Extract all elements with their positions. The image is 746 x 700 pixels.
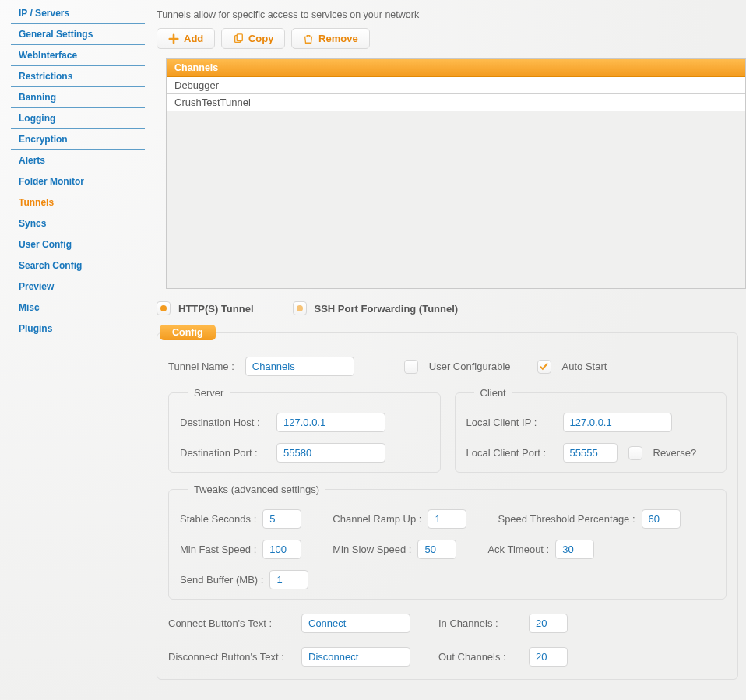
ack-timeout-input[interactable] [555,540,594,559]
sidebar-item-preview[interactable]: Preview [11,276,145,297]
sidebar-item-webinterface[interactable]: WebInterface [11,45,145,66]
sidebar-item-syncs[interactable]: Syncs [11,213,145,234]
auto-start-label: Auto Start [562,361,607,372]
channels-header[interactable]: Channels [167,59,745,77]
dest-host-label: Destination Host : [180,417,266,428]
radio-ssh-label: SSH Port Forwarding (Tunnel) [315,303,459,315]
sidebar-item-folder-monitor[interactable]: Folder Monitor [11,171,145,192]
channel-ramp-input[interactable] [428,509,466,529]
remove-button-label: Remove [318,33,358,44]
speed-threshold-label: Speed Threshold Percentage : [498,513,635,525]
disconnect-text-label: Disconnect Button's Text : [168,651,289,663]
server-legend: Server [188,387,230,399]
sidebar-item-banning[interactable]: Banning [11,87,145,108]
copy-icon [233,33,244,44]
tweaks-fieldset: Tweaks (advanced settings) Stable Second… [168,484,727,600]
local-port-input[interactable] [563,443,618,463]
in-channels-label: In Channels : [438,617,516,629]
dest-port-label: Destination Port : [180,447,266,459]
dest-port-input[interactable] [276,443,385,463]
tunnel-name-label: Tunnel Name : [168,361,234,372]
auto-start-checkbox[interactable] [537,360,551,374]
client-legend: Client [474,387,512,399]
sidebar: IP / Servers General Settings WebInterfa… [0,0,152,689]
channel-ramp-label: Channel Ramp Up : [333,513,421,525]
client-fieldset: Client Local Client IP : Local Client Po… [455,387,727,473]
user-configurable-checkbox[interactable] [404,360,418,374]
config-tab: Config [160,325,216,340]
tunnel-type-row: HTTP(S) Tunnel SSH Port Forwarding (Tunn… [157,297,746,326]
plus-icon [168,33,179,44]
server-fieldset: Server Destination Host : Destination Po… [168,387,441,473]
min-fast-input[interactable] [262,540,301,559]
trash-icon [303,33,314,44]
local-ip-label: Local Client IP : [466,417,552,428]
remove-button[interactable]: Remove [291,28,370,49]
min-slow-input[interactable] [417,540,456,559]
radio-ssh-tunnel[interactable]: SSH Port Forwarding (Tunnel) [293,301,459,315]
toolbar: Add Copy Remove [157,28,746,49]
stable-seconds-label: Stable Seconds : [180,513,256,525]
sidebar-item-restrictions[interactable]: Restrictions [11,66,145,87]
sidebar-item-search-config[interactable]: Search Config [11,255,145,276]
radio-icon [157,301,171,315]
connect-text-label: Connect Button's Text : [168,617,289,629]
ack-timeout-label: Ack Timeout : [487,543,549,555]
add-button-label: Add [184,33,203,44]
connect-text-input[interactable] [301,614,410,633]
disconnect-text-input[interactable] [301,647,410,667]
out-channels-label: Out Channels : [438,651,516,663]
svg-rect-1 [237,33,242,40]
sidebar-item-encryption[interactable]: Encryption [11,129,145,150]
config-section: Config Tunnel Name : User Configurable A… [157,326,738,680]
in-channels-input[interactable] [529,614,568,633]
add-button[interactable]: Add [157,28,215,49]
sidebar-item-user-config[interactable]: User Config [11,234,145,255]
stable-seconds-input[interactable] [262,509,301,529]
reverse-checkbox[interactable] [628,446,642,460]
local-ip-input[interactable] [563,413,672,432]
sidebar-item-plugins[interactable]: Plugins [11,318,145,339]
tunnel-name-input[interactable] [245,357,354,376]
sidebar-item-general-settings[interactable]: General Settings [11,24,145,45]
main-panel: Tunnels allow for specific access to ser… [152,0,746,689]
user-configurable-label: User Configurable [429,361,511,372]
sidebar-item-tunnels[interactable]: Tunnels [11,192,145,213]
send-buffer-input[interactable] [269,570,308,589]
sidebar-item-logging[interactable]: Logging [11,108,145,129]
reverse-label: Reverse? [653,447,697,459]
local-port-label: Local Client Port : [466,447,552,459]
sidebar-item-misc[interactable]: Misc [11,297,145,318]
copy-button[interactable]: Copy [221,28,286,49]
min-slow-label: Min Slow Speed : [333,543,411,555]
tweaks-legend: Tweaks (advanced settings) [188,484,325,495]
min-fast-label: Min Fast Speed : [180,543,256,555]
radio-http-label: HTTP(S) Tunnel [178,303,254,315]
sidebar-item-alerts[interactable]: Alerts [11,150,145,171]
table-row[interactable]: CrushTestTunnel [167,94,745,111]
radio-http-tunnel[interactable]: HTTP(S) Tunnel [157,301,254,315]
speed-threshold-input[interactable] [642,509,681,529]
table-row[interactable]: Debugger [167,77,745,94]
dest-host-input[interactable] [276,413,385,432]
send-buffer-label: Send Buffer (MB) : [180,574,263,586]
copy-button-label: Copy [248,33,274,44]
radio-icon [293,301,307,315]
out-channels-input[interactable] [529,647,568,667]
sidebar-item-ip-servers[interactable]: IP / Servers [11,3,145,24]
channels-table: Channels Debugger CrushTestTunnel [166,58,746,289]
helper-text: Tunnels allow for specific access to ser… [157,6,746,28]
